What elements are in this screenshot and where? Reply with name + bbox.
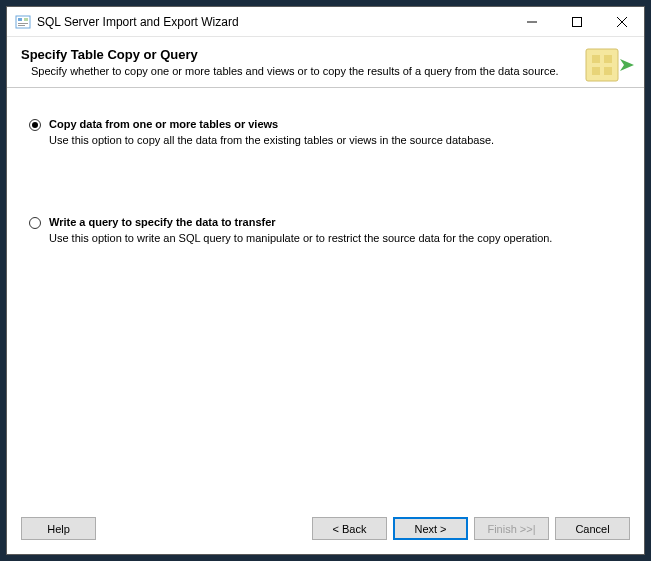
option-query-description: Use this option to write an SQL query to… (49, 231, 622, 246)
option-copy-title: Copy data from one or more tables or vie… (49, 118, 622, 130)
close-button[interactable] (599, 7, 644, 36)
wizard-content: Copy data from one or more tables or vie… (7, 88, 644, 507)
svg-rect-1 (18, 18, 22, 21)
page-title: Specify Table Copy or Query (21, 47, 570, 62)
back-button[interactable]: < Back (312, 517, 387, 540)
minimize-button[interactable] (509, 7, 554, 36)
option-copy-description: Use this option to copy all the data fro… (49, 133, 622, 148)
radio-copy-tables[interactable] (29, 119, 41, 131)
svg-rect-12 (592, 67, 600, 75)
svg-rect-0 (16, 16, 30, 28)
titlebar: SQL Server Import and Export Wizard (7, 7, 644, 37)
wizard-window: SQL Server Import and Export Wizard Spec… (6, 6, 645, 555)
radio-write-query[interactable] (29, 217, 41, 229)
svg-rect-6 (572, 17, 581, 26)
option-query-title: Write a query to specify the data to tra… (49, 216, 622, 228)
svg-rect-11 (604, 55, 612, 63)
svg-marker-14 (620, 59, 634, 71)
window-controls (509, 7, 644, 36)
help-button[interactable]: Help (21, 517, 96, 540)
svg-rect-10 (592, 55, 600, 63)
option-copy-tables[interactable]: Copy data from one or more tables or vie… (29, 118, 622, 148)
next-button[interactable]: Next > (393, 517, 468, 540)
window-title: SQL Server Import and Export Wizard (37, 15, 509, 29)
svg-rect-9 (586, 49, 618, 81)
option-write-query[interactable]: Write a query to specify the data to tra… (29, 216, 622, 246)
svg-rect-3 (18, 23, 28, 24)
svg-rect-2 (24, 18, 28, 21)
svg-rect-4 (18, 25, 25, 26)
wizard-header: Specify Table Copy or Query Specify whet… (7, 37, 644, 88)
finish-button[interactable]: Finish >>| (474, 517, 549, 540)
svg-rect-13 (604, 67, 612, 75)
maximize-button[interactable] (554, 7, 599, 36)
wizard-banner-icon (584, 45, 634, 87)
cancel-button[interactable]: Cancel (555, 517, 630, 540)
page-description: Specify whether to copy one or more tabl… (21, 64, 570, 79)
app-icon (15, 14, 31, 30)
wizard-footer: Help < Back Next > Finish >>| Cancel (7, 507, 644, 554)
